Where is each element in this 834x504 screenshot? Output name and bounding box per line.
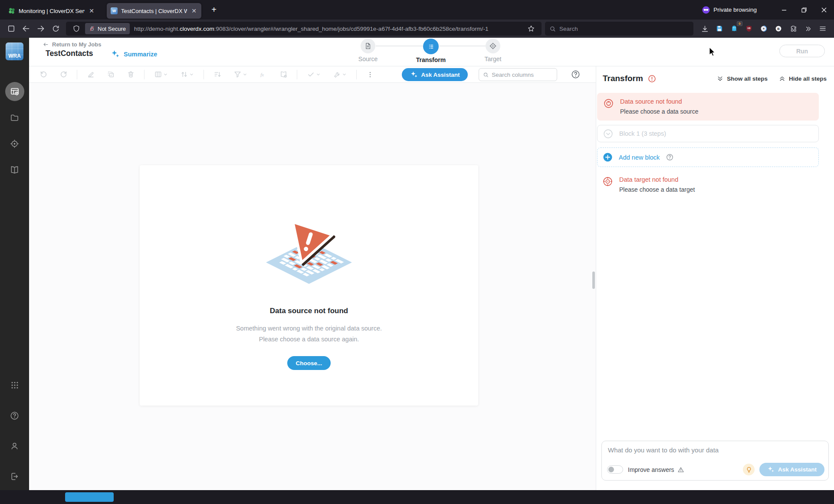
tracking-shield-icon[interactable] bbox=[69, 22, 83, 36]
arrow-left-icon bbox=[43, 41, 49, 48]
new-tab-button[interactable]: + bbox=[207, 3, 220, 16]
sidebar-item-jobs[interactable] bbox=[5, 82, 24, 101]
return-to-jobs-link[interactable]: Return to My Jobs bbox=[43, 41, 101, 48]
sidebar-item-apps[interactable] bbox=[5, 376, 24, 395]
back-icon[interactable] bbox=[19, 22, 33, 36]
close-window-button[interactable] bbox=[814, 0, 834, 20]
tab-testcontacts[interactable]: W TestContacts | CloverDX Wrangl ✕ bbox=[107, 3, 201, 19]
ask-assistant-button[interactable]: Ask Assistant bbox=[402, 68, 468, 81]
browser-search-input[interactable] bbox=[559, 26, 689, 32]
show-all-steps-label: Show all steps bbox=[727, 75, 768, 82]
data-source-alert-title: Data source not found bbox=[620, 98, 699, 105]
filter-menu-button[interactable] bbox=[230, 68, 251, 81]
forward-icon[interactable] bbox=[34, 22, 48, 36]
chat-footer: Improve answers Ask Assistant bbox=[607, 463, 824, 476]
url-text[interactable]: http://demo-night.cloverdx.com:9083/clov… bbox=[134, 26, 524, 32]
search-icon bbox=[549, 26, 556, 32]
minimize-button[interactable] bbox=[774, 0, 794, 20]
sidebar-item-logout[interactable] bbox=[5, 467, 24, 486]
sort-lines-button[interactable] bbox=[210, 68, 225, 81]
url-bar[interactable]: Not Secure http://demo-night.cloverdx.co… bbox=[66, 22, 542, 36]
downloads-icon[interactable] bbox=[698, 22, 712, 36]
vertical-scrollbar[interactable] bbox=[592, 272, 595, 289]
sort-lines-icon bbox=[213, 70, 222, 79]
private-browsing-label: Private browsing bbox=[713, 7, 757, 13]
save-extension-icon[interactable] bbox=[713, 22, 726, 36]
validate-menu-button[interactable] bbox=[303, 68, 324, 81]
ublock-icon[interactable]: UD bbox=[742, 22, 756, 36]
suggestions-bulb-button[interactable] bbox=[743, 464, 755, 475]
bookmark-star-icon[interactable] bbox=[524, 22, 538, 36]
reload-icon[interactable] bbox=[49, 22, 62, 36]
warning-triangle-icon bbox=[677, 466, 684, 473]
data-source-alert[interactable]: Data source not found Please choose a da… bbox=[597, 93, 819, 121]
firefox-view-icon[interactable] bbox=[4, 22, 18, 36]
privacy-badger-icon[interactable] bbox=[757, 22, 771, 36]
extensions-puzzle-icon[interactable] bbox=[786, 22, 800, 36]
show-all-steps-button[interactable]: Show all steps bbox=[717, 75, 768, 82]
assistant-chat-input[interactable] bbox=[602, 441, 828, 458]
edit-step-button[interactable] bbox=[83, 68, 98, 81]
bottom-bar bbox=[0, 490, 834, 504]
tab-monitoring[interactable]: Monitoring | CloverDX Server 7 ✕ bbox=[4, 3, 99, 19]
sidebar-item-projects[interactable] bbox=[5, 108, 24, 127]
target-icon bbox=[489, 42, 497, 50]
step-source[interactable]: Source bbox=[342, 39, 394, 62]
sparkles-icon bbox=[111, 49, 120, 59]
more-options-button[interactable] bbox=[363, 68, 378, 81]
summarize-button[interactable]: Summarize bbox=[111, 49, 157, 59]
step-transform[interactable]: Transform bbox=[405, 39, 457, 63]
sidebar-item-help[interactable] bbox=[5, 406, 24, 425]
choose-data-source-button[interactable]: Choose... bbox=[287, 356, 331, 370]
app-sidebar: WRA bbox=[0, 38, 29, 490]
search-columns-input[interactable] bbox=[492, 72, 553, 78]
sidebar-item-catalog[interactable] bbox=[5, 160, 24, 179]
wrangler-icon: W bbox=[111, 7, 118, 14]
sort-menu-button[interactable] bbox=[177, 68, 197, 81]
security-chip[interactable]: Not Secure bbox=[85, 23, 130, 34]
dictionary-button[interactable] bbox=[276, 68, 291, 81]
browser-navbar: Not Secure http://demo-night.cloverdx.co… bbox=[0, 20, 834, 38]
search-columns-box[interactable] bbox=[479, 68, 557, 81]
data-target-alert[interactable]: Data target not found Please choose a da… bbox=[602, 176, 819, 193]
tab-close-icon[interactable]: ✕ bbox=[190, 7, 197, 14]
data-source-icon bbox=[603, 98, 614, 109]
pencil-icon bbox=[87, 70, 95, 79]
duplicate-button[interactable] bbox=[103, 68, 118, 81]
fx-label: fx bbox=[260, 72, 264, 77]
undo-button[interactable] bbox=[36, 68, 51, 81]
restore-button[interactable] bbox=[794, 0, 814, 20]
page-title: TestContacts bbox=[46, 49, 93, 58]
tab-title: Monitoring | CloverDX Server 7 bbox=[19, 8, 85, 14]
redo-button[interactable] bbox=[56, 68, 71, 81]
step-label: Target bbox=[485, 56, 502, 62]
wrangler-logo[interactable]: WRA bbox=[6, 43, 23, 60]
browser-search-bar[interactable] bbox=[545, 22, 693, 36]
lock-slash-icon bbox=[89, 26, 95, 32]
run-button[interactable]: Run bbox=[779, 45, 825, 57]
error-title: Data source not found bbox=[140, 307, 478, 315]
bitwarden-icon[interactable]: B bbox=[772, 22, 785, 36]
overflow-chevrons-icon[interactable] bbox=[801, 22, 815, 36]
help-icon[interactable] bbox=[666, 153, 674, 161]
columns-menu-button[interactable] bbox=[151, 68, 171, 81]
ask-assistant-submit-button[interactable]: Ask Assistant bbox=[759, 463, 824, 476]
tools-menu-button[interactable] bbox=[329, 68, 350, 81]
step-target[interactable]: Target bbox=[467, 39, 519, 62]
menu-hamburger-icon[interactable] bbox=[816, 22, 830, 36]
improve-answers-toggle[interactable] bbox=[607, 465, 623, 474]
delete-button[interactable] bbox=[123, 68, 138, 81]
return-to-jobs-label: Return to My Jobs bbox=[52, 41, 101, 48]
hide-all-steps-button[interactable]: Hide all steps bbox=[779, 75, 827, 82]
toolbar-help-button[interactable] bbox=[571, 69, 581, 79]
tab-close-icon[interactable]: ✕ bbox=[88, 7, 95, 14]
browser-titlebar: Monitoring | CloverDX Server 7 ✕ W TestC… bbox=[0, 0, 834, 20]
sidebar-item-targets[interactable] bbox=[5, 134, 24, 153]
sidebar-item-user[interactable] bbox=[5, 436, 24, 455]
add-new-block-button[interactable]: Add new block bbox=[597, 147, 819, 167]
formula-button[interactable]: fx bbox=[256, 68, 271, 81]
chevrons-up-icon bbox=[779, 75, 785, 82]
fx-icon: fx bbox=[259, 70, 268, 79]
block-1-row[interactable]: Block 1 (3 steps) bbox=[597, 125, 819, 142]
ghostery-icon[interactable]: 0 bbox=[727, 22, 741, 36]
